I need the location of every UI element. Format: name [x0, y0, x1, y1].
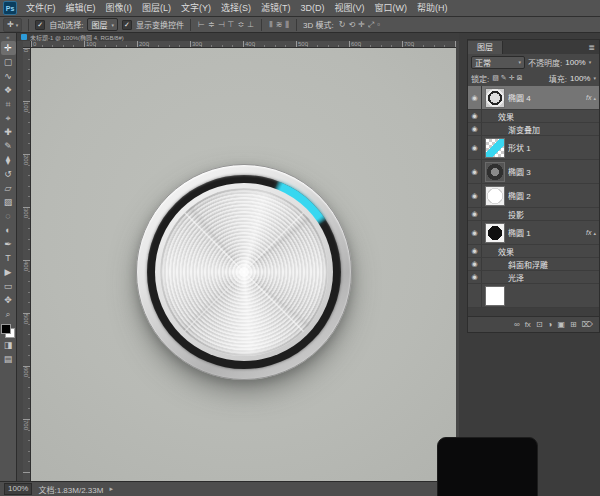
layer-row[interactable]: ◉ 椭圆 3 [468, 160, 599, 184]
healing-brush-tool[interactable]: ✚ [1, 125, 16, 139]
align-bottom-edges-icon[interactable]: ⊥ [246, 18, 255, 32]
eraser-tool[interactable]: ▱ [1, 181, 16, 195]
align-vertical-centers-icon[interactable]: ≎ [237, 18, 246, 32]
layer-name[interactable]: 椭圆 1 [508, 227, 531, 238]
document-canvas[interactable] [31, 48, 456, 481]
screen-mode-icon[interactable]: ▤ [1, 352, 16, 366]
auto-select-dropdown[interactable]: 图层 ▾ [87, 18, 118, 31]
new-layer-icon[interactable]: ⊞ [570, 320, 577, 329]
lock-image-pixels-icon[interactable]: ✎ [501, 74, 507, 82]
distribute-vertical-icon[interactable]: ≋ [275, 18, 284, 32]
menu-item[interactable]: 滤镜(T) [256, 0, 296, 16]
visibility-eye-icon[interactable]: ◉ [468, 208, 482, 220]
visibility-eye-icon[interactable]: ◉ [468, 160, 482, 183]
distribute-horizontal-icon[interactable]: ⫴ [268, 18, 273, 32]
tool-preset-picker[interactable]: ✛ ▾ [3, 18, 22, 32]
menu-item[interactable]: 图像(I) [101, 0, 138, 16]
3d-slide-icon[interactable]: ⤢ [367, 18, 375, 32]
auto-select-checkbox[interactable]: ✓ [35, 20, 45, 30]
rectangular-marquee-tool[interactable]: ▢ [1, 55, 16, 69]
layer-thumbnail[interactable] [485, 138, 505, 158]
path-selection-tool[interactable]: ▶ [1, 265, 16, 279]
link-layers-icon[interactable]: ∞ [514, 320, 520, 329]
layer-row[interactable] [468, 284, 599, 308]
menu-item[interactable]: 选择(S) [216, 0, 256, 16]
3d-drag-icon[interactable]: ✛ [357, 18, 366, 32]
brush-tool[interactable]: ✎ [1, 139, 16, 153]
layer-row[interactable]: ◉ 斜面和浮雕 [468, 258, 599, 271]
eyedropper-tool[interactable]: ⌖ [1, 111, 16, 125]
menu-item[interactable]: 帮助(H) [412, 0, 453, 16]
move-tool[interactable]: ✛ [1, 41, 16, 55]
collapse-effects-icon[interactable]: ▴ [593, 95, 599, 101]
rectangle-tool[interactable]: ▭ [1, 279, 16, 293]
panel-menu-icon[interactable]: ≣ [584, 41, 599, 54]
new-adjustment-layer-icon[interactable]: ◑ [548, 320, 553, 329]
visibility-eye-icon[interactable]: ◉ [468, 245, 482, 257]
fx-badge[interactable]: fx [586, 94, 593, 101]
align-right-edges-icon[interactable]: ⊣ [217, 18, 226, 32]
auto-align-layers-icon[interactable]: ⫼ [284, 18, 290, 32]
pen-tool[interactable]: ✒ [1, 237, 16, 251]
layer-name[interactable]: 斜面和浮雕 [508, 259, 548, 270]
visibility-eye-icon[interactable]: ◉ [468, 258, 482, 270]
lock-all-icon[interactable]: ⊠ [517, 74, 523, 82]
crop-tool[interactable]: ⌗ [1, 97, 16, 111]
toolbar-collapse-icon[interactable]: « [6, 33, 9, 41]
3d-roll-icon[interactable]: ⟲ [347, 18, 356, 32]
layer-name[interactable]: 效果 [498, 246, 514, 257]
layer-thumbnail[interactable] [485, 223, 505, 243]
new-group-icon[interactable]: ▣ [557, 320, 565, 329]
dodge-tool[interactable]: ◐ [1, 223, 16, 237]
layer-thumbnail[interactable] [485, 186, 505, 206]
clone-stamp-tool[interactable]: ⧫ [1, 153, 16, 167]
layer-name[interactable]: 形状 1 [508, 142, 531, 153]
layer-thumbnail[interactable] [485, 162, 505, 182]
layer-name[interactable]: 椭圆 2 [508, 190, 531, 201]
foreground-color-swatch[interactable] [1, 324, 11, 334]
layer-row[interactable]: ◉ 形状 1 [468, 136, 599, 160]
gradient-tool[interactable]: ▨ [1, 195, 16, 209]
add-layer-style-icon[interactable]: fx [525, 320, 531, 329]
show-transform-checkbox[interactable]: ✓ [122, 20, 132, 30]
menu-item[interactable]: 3D(D) [296, 0, 330, 16]
visibility-eye-icon[interactable]: ◉ [468, 110, 482, 122]
menu-item[interactable]: 窗口(W) [370, 0, 413, 16]
layer-row[interactable]: ◉ 椭圆 4 fx ▴ [468, 86, 599, 110]
layer-row[interactable]: ◉ 效果 [468, 245, 599, 258]
quick-mask-mode-icon[interactable]: ◨ [1, 338, 16, 352]
hand-tool[interactable]: ✥ [1, 293, 16, 307]
lock-transparent-pixels-icon[interactable]: ▨ [492, 74, 499, 82]
status-options-arrow-icon[interactable]: ▸ [109, 485, 113, 493]
layer-row[interactable]: ◉ 椭圆 1 fx ▴ [468, 221, 599, 245]
history-brush-tool[interactable]: ↺ [1, 167, 16, 181]
quick-selection-tool[interactable]: ❖ [1, 83, 16, 97]
layer-row[interactable]: ◉ 渐变叠加 [468, 123, 599, 136]
visibility-eye-icon[interactable]: ◉ [468, 86, 482, 109]
visibility-eye-icon[interactable]: ◉ [468, 123, 482, 135]
collapse-effects-icon[interactable]: ▴ [593, 230, 599, 236]
add-layer-mask-icon[interactable]: ⊡ [536, 320, 543, 329]
lasso-tool[interactable]: ∿ [1, 69, 16, 83]
layer-name[interactable]: 光泽 [508, 272, 524, 283]
opacity-value[interactable]: 100% [565, 58, 585, 67]
zoom-level-field[interactable]: 100% [4, 483, 32, 495]
layer-name[interactable]: 渐变叠加 [508, 124, 540, 135]
layer-name[interactable]: 椭圆 3 [508, 166, 531, 177]
menu-item[interactable]: 文字(Y) [176, 0, 216, 16]
3d-rotate-icon[interactable]: ↻ [338, 18, 347, 32]
chevron-down-icon[interactable]: ▾ [593, 75, 596, 81]
3d-scale-icon[interactable]: ▫ [376, 18, 381, 32]
menu-item[interactable]: 图层(L) [137, 0, 176, 16]
align-left-edges-icon[interactable]: ⊢ [197, 18, 206, 32]
blur-tool[interactable]: ◌ [1, 209, 16, 223]
tab-layers[interactable]: 图层 [468, 41, 503, 54]
align-horizontal-centers-icon[interactable]: ≑ [207, 18, 216, 32]
chevron-down-icon[interactable]: ▾ [589, 59, 592, 65]
layer-name[interactable]: 投影 [508, 209, 524, 220]
layer-name[interactable]: 椭圆 4 [508, 92, 531, 103]
layer-row[interactable]: ◉ 效果 [468, 110, 599, 123]
layer-row[interactable]: ◉ 投影 [468, 208, 599, 221]
layer-row[interactable]: ◉ 椭圆 2 [468, 184, 599, 208]
visibility-eye-icon[interactable]: ◉ [468, 184, 482, 207]
